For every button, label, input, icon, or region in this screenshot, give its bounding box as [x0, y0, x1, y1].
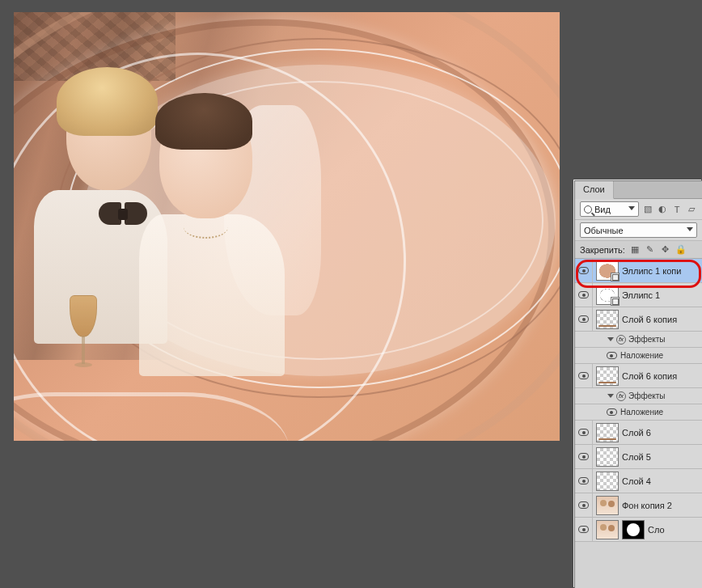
- layer-thumbnail[interactable]: [596, 310, 619, 329]
- visibility-toggle[interactable]: [575, 421, 593, 444]
- eye-icon: [578, 372, 589, 379]
- layer-name[interactable]: Эллипс 1 копи: [622, 266, 681, 276]
- layer-name[interactable]: Слой 5: [622, 452, 651, 462]
- tab-layers[interactable]: Слои: [575, 181, 614, 199]
- layer-name[interactable]: Слой 4: [622, 476, 651, 486]
- layer-row[interactable]: Слой 6 копия: [575, 364, 702, 388]
- eye-icon: [578, 429, 589, 436]
- visibility-toggle[interactable]: [575, 259, 593, 282]
- layer-row[interactable]: fxЭффекты: [575, 388, 702, 404]
- layer-row[interactable]: fxЭффекты: [575, 332, 702, 348]
- eye-icon: [578, 267, 589, 274]
- layer-thumbnail[interactable]: [596, 472, 619, 491]
- eye-icon: [578, 501, 589, 509]
- layer-name[interactable]: Наложение: [620, 351, 663, 360]
- visibility-toggle[interactable]: [603, 404, 620, 420]
- visibility-toggle[interactable]: [590, 388, 607, 404]
- visibility-toggle[interactable]: [603, 348, 620, 363]
- visibility-toggle[interactable]: [575, 307, 593, 331]
- layer-name[interactable]: Фон копия 2: [622, 501, 672, 510]
- filter-shape-icon[interactable]: ▱: [686, 204, 697, 215]
- layer-row[interactable]: Наложение: [575, 404, 702, 421]
- blend-mode-value: Обычные: [584, 226, 624, 235]
- bride-dress: [139, 214, 285, 376]
- layer-name[interactable]: Эффекты: [628, 335, 665, 344]
- layer-row[interactable]: Фон копия 2: [575, 493, 702, 518]
- eye-icon: [578, 526, 589, 533]
- fx-icon: fx: [616, 391, 626, 401]
- groom: [26, 69, 151, 360]
- visibility-toggle[interactable]: [575, 493, 593, 517]
- layer-thumbnail[interactable]: [596, 261, 619, 281]
- eye-icon: [578, 315, 589, 323]
- layer-thumbnail[interactable]: [596, 447, 619, 467]
- layer-row[interactable]: Слой 6: [575, 421, 702, 445]
- lock-row: Закрепить: ▦ ✎ ✥ 🔒: [575, 241, 702, 259]
- filter-pixel-icon[interactable]: ▧: [642, 204, 653, 215]
- chevron-down-icon: [628, 206, 635, 210]
- layer-thumbnail[interactable]: [596, 520, 619, 539]
- layers-list: Эллипс 1 копиЭллипс 1Слой 6 копияfxЭффек…: [575, 259, 702, 542]
- layer-row[interactable]: Слой 4: [575, 469, 702, 493]
- visibility-toggle[interactable]: [575, 518, 593, 541]
- layer-thumbnail[interactable]: [596, 366, 619, 386]
- visibility-toggle[interactable]: [575, 469, 593, 493]
- layer-thumbnail[interactable]: [596, 423, 619, 442]
- layer-row[interactable]: Слой 6 копия: [575, 307, 702, 332]
- visibility-toggle[interactable]: [575, 445, 593, 468]
- layer-mask-thumbnail[interactable]: [622, 520, 645, 539]
- layer-thumbnail[interactable]: [596, 496, 619, 515]
- champagne-glass: [66, 295, 100, 376]
- layer-row[interactable]: Слой 5: [575, 445, 702, 469]
- fx-icon: fx: [616, 335, 626, 345]
- layer-filter-label: Вид: [594, 205, 611, 214]
- eye-icon: [607, 408, 617, 416]
- bride-hair: [155, 93, 252, 150]
- blend-mode-dropdown[interactable]: Обычные: [580, 222, 697, 238]
- lock-position-icon[interactable]: ✥: [660, 244, 671, 256]
- shape-badge-icon: [611, 273, 620, 281]
- layer-filter-row: Вид ▧ ◐ T ▱: [575, 199, 702, 220]
- bride: [139, 85, 293, 376]
- layer-name[interactable]: Слой 6 копия: [622, 315, 677, 324]
- panel-tabs: Слои: [575, 181, 702, 199]
- couple-photo: [26, 69, 252, 376]
- lock-all-icon[interactable]: 🔒: [675, 244, 687, 256]
- layer-name[interactable]: Эллипс 1: [622, 290, 660, 300]
- visibility-toggle[interactable]: [575, 283, 593, 307]
- layer-name[interactable]: Эффекты: [628, 391, 665, 400]
- layer-filter-dropdown[interactable]: Вид: [580, 201, 639, 217]
- layers-panel: Слои Вид ▧ ◐ T ▱ Обычные Закрепить: ▦ ✎ …: [574, 180, 702, 588]
- filter-type-icon[interactable]: T: [671, 204, 683, 215]
- layer-name[interactable]: Наложение: [620, 408, 663, 417]
- shape-badge-icon: [611, 297, 620, 306]
- layer-row[interactable]: Эллипс 1 копи: [575, 259, 702, 283]
- chevron-down-icon: [687, 227, 693, 231]
- eye-icon: [578, 453, 589, 460]
- layer-thumbnail[interactable]: [596, 286, 619, 305]
- visibility-toggle[interactable]: [575, 364, 593, 387]
- search-icon: [584, 205, 592, 214]
- lock-pixels-icon[interactable]: ✎: [645, 244, 656, 256]
- visibility-toggle[interactable]: [590, 332, 607, 347]
- blend-mode-row: Обычные: [575, 220, 702, 241]
- eye-icon: [578, 477, 589, 484]
- collapse-arrow-icon[interactable]: [607, 394, 614, 398]
- filter-adjust-icon[interactable]: ◐: [657, 204, 668, 215]
- layer-row[interactable]: Эллипс 1: [575, 283, 702, 307]
- layer-name[interactable]: Слой 6: [622, 428, 651, 438]
- eye-icon: [578, 291, 589, 298]
- lock-label: Закрепить:: [580, 245, 625, 255]
- eye-icon: [607, 352, 617, 359]
- document-canvas[interactable]: [14, 12, 560, 441]
- layer-name[interactable]: Сло: [648, 525, 665, 535]
- lock-transparent-icon[interactable]: ▦: [629, 244, 641, 256]
- layer-name[interactable]: Слой 6 копия: [622, 371, 677, 381]
- layer-row[interactable]: Наложение: [575, 348, 702, 364]
- bride-necklace: [184, 216, 228, 239]
- collapse-arrow-icon[interactable]: [607, 337, 614, 341]
- layer-row[interactable]: Сло: [575, 518, 702, 542]
